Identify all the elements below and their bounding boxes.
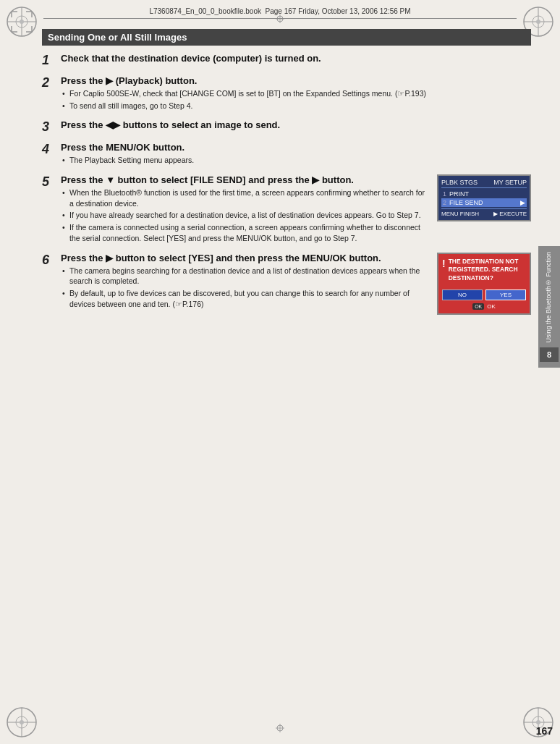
corner-decoration-tl (4, 4, 39, 39)
dialog-footer: OK OK (442, 303, 526, 310)
page-metadata: L7360874_En_00_0_bookfile.book Page 167 … (43, 7, 517, 19)
dialog-text: THE DESTINATION NOTREGISTERED. SEARCHDES… (449, 258, 519, 284)
step-2-number: 2 (42, 75, 58, 90)
chapter-tab-text: Using the Bluetooth® Function (545, 252, 553, 343)
step-6-title: Press the ▶ button to select [YES] and t… (61, 253, 430, 263)
step-1-number: 1 (42, 53, 58, 68)
ok-icon: OK (472, 303, 484, 310)
step-4-bullets: The Playback Setting menu appears. (61, 155, 531, 166)
dialog-buttons: NO YES (442, 289, 526, 300)
svg-point-14 (20, 720, 24, 724)
step-4-number: 4 (42, 142, 58, 157)
menu-screen-header: PLBK STGS MY SETUP (441, 179, 527, 188)
bottom-crosshair (276, 722, 284, 731)
dialog-warning-icon: ! (442, 258, 446, 269)
menu-footer-left: MENU FINISH (441, 211, 479, 217)
menu-screen-footer: MENU FINISH ▶ EXECUTE (441, 208, 527, 217)
step-1-title: Check that the destination device (compu… (61, 53, 531, 64)
step-5-bullet-3: If the camera is connected using a seria… (61, 222, 430, 243)
menu-row-2-num: 2 (443, 199, 446, 206)
step-5-bullet-2: If you have already searched for a desti… (61, 210, 430, 221)
step-5-title: Press the ▼ button to select [FILE SEND]… (61, 174, 430, 185)
step-4-content: Press the MENU/OK button. The Playback S… (61, 142, 531, 167)
step-6: 6 Press the ▶ button to select [YES] and… (42, 253, 531, 316)
corner-decoration-bl (4, 705, 39, 740)
step-4-bullet-1: The Playback Setting menu appears. (61, 155, 531, 166)
dialog-yes-button: YES (485, 289, 526, 300)
step-6-bullet-2: By default, up to five devices can be di… (61, 288, 430, 309)
menu-screen: PLBK STGS MY SETUP 1 PRINT 2 FILE SEND ▶… (437, 174, 531, 221)
menu-row-2-arrow: ▶ (520, 199, 525, 206)
svg-point-4 (20, 20, 24, 24)
step-5-bullet-1: When the Bluetooth® function is used for… (61, 187, 430, 208)
dialog-no-button: NO (442, 289, 483, 300)
step-6-left: 6 Press the ▶ button to select [YES] and… (42, 253, 430, 311)
main-content: Sending One or All Still Images 1 Check … (42, 29, 531, 715)
step-3-title: Press the ◀▶ buttons to select an image … (61, 119, 531, 130)
section-header: Sending One or All Still Images (42, 29, 531, 46)
step-5-content: Press the ▼ button to select [FILE SEND]… (61, 174, 430, 245)
menu-row-1-label: PRINT (449, 190, 469, 198)
step-3-content: Press the ◀▶ buttons to select an image … (61, 119, 531, 132)
svg-point-19 (536, 720, 540, 724)
step-1-content: Check that the destination device (compu… (61, 53, 531, 66)
menu-header-left: PLBK STGS (441, 179, 478, 186)
step-5: 5 Press the ▼ button to select [FILE SEN… (42, 174, 531, 245)
step-2-content: Press the ▶ (Playback) button. For Capli… (61, 75, 531, 112)
menu-row-1-num: 1 (443, 190, 446, 198)
step-6-number: 6 (42, 253, 58, 268)
step-5-left: 5 Press the ▼ button to select [FILE SEN… (42, 174, 430, 245)
step-5-image: PLBK STGS MY SETUP 1 PRINT 2 FILE SEND ▶… (437, 174, 531, 221)
step-3-number: 3 (42, 119, 58, 135)
step-6-content: Press the ▶ button to select [YES] and t… (61, 253, 430, 311)
chapter-tab-number: 8 (540, 347, 559, 362)
step-2-title: Press the ▶ (Playback) button. (61, 75, 531, 86)
step-5-bullets: When the Bluetooth® function is used for… (61, 187, 430, 243)
step-2-bullet-2: To send all still images, go to Step 4. (61, 101, 531, 111)
step-6-bullet-1: The camera begins searching for a destin… (61, 266, 430, 287)
page-number: 167 (536, 725, 553, 737)
step-2-bullets: For Caplio 500SE-W, check that [CHANGE C… (61, 88, 531, 111)
menu-row-2-label: FILE SEND (449, 199, 483, 206)
step-2: 2 Press the ▶ (Playback) button. For Cap… (42, 75, 531, 112)
menu-row-1: 1 PRINT (441, 190, 527, 198)
ok-label: OK (487, 303, 496, 310)
step-6-bullets: The camera begins searching for a destin… (61, 266, 430, 310)
menu-header-right: MY SETUP (493, 179, 527, 186)
menu-footer-right: ▶ EXECUTE (493, 211, 527, 217)
step-4: 4 Press the MENU/OK button. The Playback… (42, 142, 531, 167)
menu-row-2: 2 FILE SEND ▶ (441, 198, 527, 207)
svg-point-9 (536, 20, 540, 24)
chapter-tab: Using the Bluetooth® Function 8 (538, 246, 560, 368)
step-5-number: 5 (42, 174, 58, 190)
step-2-bullet-1: For Caplio 500SE-W, check that [CHANGE C… (61, 88, 531, 99)
dialog-screen: ! THE DESTINATION NOTREGISTERED. SEARCHD… (437, 253, 531, 316)
step-6-image: ! THE DESTINATION NOTREGISTERED. SEARCHD… (437, 253, 531, 316)
step-1: 1 Check that the destination device (com… (42, 53, 531, 68)
step-3: 3 Press the ◀▶ buttons to select an imag… (42, 119, 531, 135)
step-4-title: Press the MENU/OK button. (61, 142, 531, 153)
